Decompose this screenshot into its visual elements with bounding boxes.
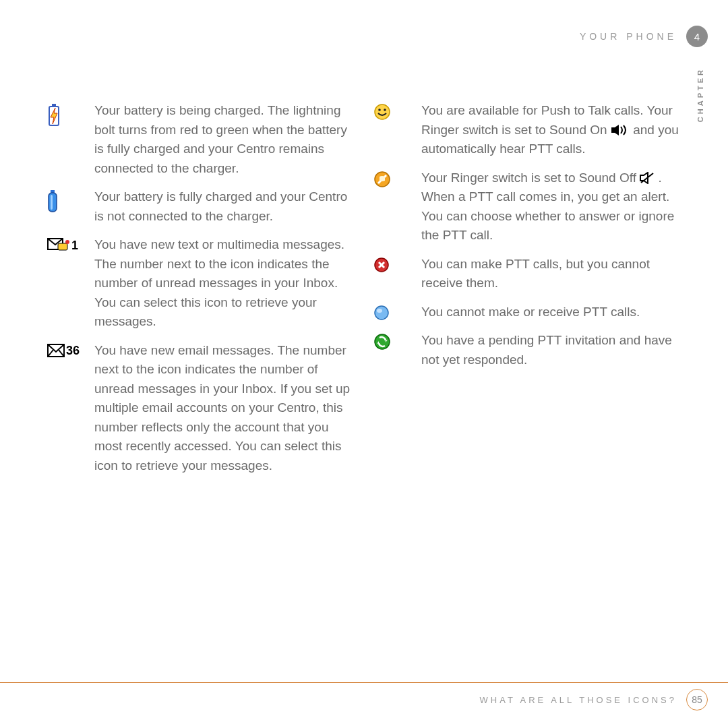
description-text: Your battery is being charged. The light… [94, 101, 354, 178]
icon-cell [47, 101, 94, 127]
list-item: Your battery is being charged. The light… [47, 101, 354, 178]
chapter-number: 4 [694, 31, 700, 42]
icon-cell [374, 101, 421, 120]
description-text: You cannot make or receive PTT calls. [421, 303, 681, 322]
section-title: YOUR PHONE [580, 31, 677, 42]
list-item: Your battery is fully charged and your C… [47, 187, 354, 226]
ptt-available-icon [374, 104, 390, 120]
left-column: Your battery is being charged. The light… [47, 101, 354, 485]
svg-point-11 [378, 109, 381, 111]
icon-cell [374, 169, 421, 187]
icon-count-label: 36 [66, 344, 80, 358]
svg-marker-13 [611, 125, 619, 135]
list-item: Your Ringer switch is set to Sound Off .… [374, 169, 681, 245]
description-text: Your battery is fully charged and your C… [94, 187, 354, 226]
list-item: You are available for Push to Talk calls… [374, 101, 681, 159]
list-item: You have a pending PTT invitation and ha… [374, 331, 681, 369]
battery-full-icon [47, 190, 58, 213]
sound-on-icon [611, 124, 630, 136]
svg-point-22 [377, 309, 382, 313]
description-text: You are available for Push to Talk calls… [421, 101, 681, 159]
description-text: You have a pending PTT invitation and ha… [421, 331, 681, 369]
chapter-side-label: CHAPTER [696, 67, 704, 122]
description-text: You have new text or multimedia messages… [94, 235, 354, 332]
description-text: You can make PTT calls, but you cannot r… [421, 255, 681, 293]
footer-divider [0, 682, 728, 683]
footer-subsection: WHAT ARE ALL THOSE ICONS? [480, 695, 677, 705]
list-item: 36 You have new email messages. The numb… [47, 341, 354, 476]
content-area: Your battery is being charged. The light… [47, 101, 681, 485]
description-text: Your Ringer switch is set to Sound Off .… [421, 169, 681, 245]
svg-point-8 [65, 240, 69, 244]
ptt-unavailable-icon [374, 305, 389, 320]
svg-rect-7 [58, 243, 67, 250]
list-item: You can make PTT calls, but you cannot r… [374, 255, 681, 293]
sound-off-icon [640, 172, 655, 184]
page-number: 85 [692, 694, 702, 705]
icon-cell [47, 187, 94, 213]
text-part-1: Your Ringer switch is set to Sound Off [421, 171, 640, 185]
ptt-silent-icon [374, 171, 390, 187]
ptt-dnd-icon [374, 257, 389, 272]
ptt-invitation-icon [374, 334, 390, 350]
new-message-icon [47, 238, 70, 253]
right-column: You are available for Push to Talk calls… [374, 101, 681, 485]
description-text: You have new email messages. The number … [94, 341, 354, 476]
page-number-badge: 85 [686, 689, 708, 710]
icon-cell: 36 [47, 341, 94, 358]
icon-cell: 1 [47, 235, 94, 253]
list-item: 1 You have new text or multimedia messag… [47, 235, 354, 332]
icon-cell [374, 255, 421, 272]
svg-rect-5 [51, 195, 53, 210]
header: YOUR PHONE 4 [580, 26, 708, 47]
icon-cell [374, 331, 421, 350]
battery-charging-icon [47, 104, 61, 127]
list-item: You cannot make or receive PTT calls. [374, 303, 681, 322]
icon-count-label: 1 [71, 239, 78, 253]
footer: WHAT ARE ALL THOSE ICONS? 85 [480, 689, 708, 710]
chapter-number-badge: 4 [686, 26, 708, 47]
icon-cell [374, 303, 421, 320]
svg-point-10 [375, 104, 390, 119]
svg-point-21 [375, 306, 388, 320]
svg-point-12 [384, 109, 386, 111]
new-email-icon [47, 344, 65, 357]
